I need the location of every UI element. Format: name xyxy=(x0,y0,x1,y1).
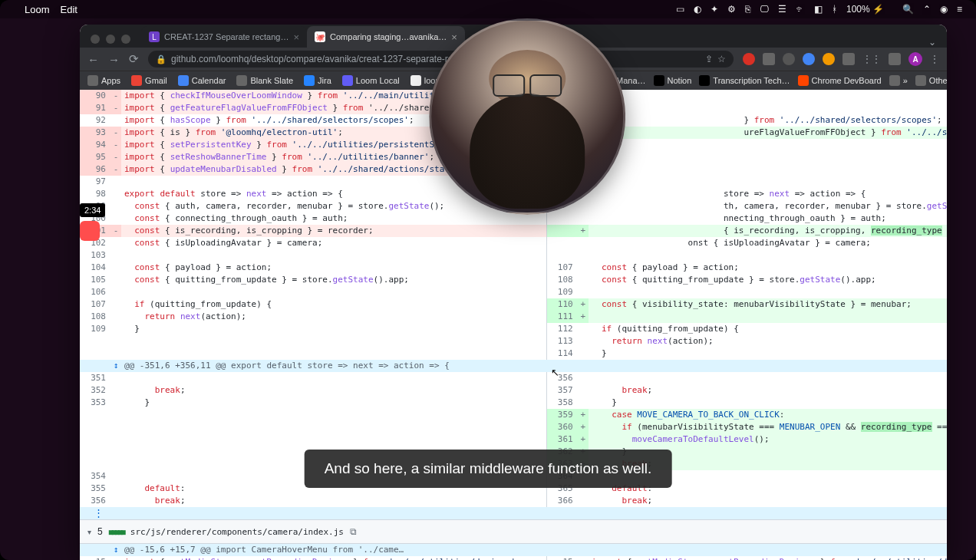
siri-icon[interactable]: ◉ xyxy=(940,4,948,15)
status-icon[interactable]: ⎘ xyxy=(745,4,750,15)
back-button[interactable]: ← xyxy=(87,53,99,66)
bookmark-item[interactable]: Jira xyxy=(304,75,331,86)
status-icon[interactable]: ✦ xyxy=(711,4,718,15)
menu-icon[interactable]: ≡ xyxy=(957,4,962,15)
diff-line[interactable]: 353 } xyxy=(80,397,546,409)
diff-line[interactable]: + { is_recording, is_cropping, recording… xyxy=(547,225,947,237)
diff-line[interactable]: 107 if (quitting_from_update) { xyxy=(80,298,546,311)
diff-line[interactable]: 101- const { is_recording, is_cropping }… xyxy=(80,225,546,237)
status-icon[interactable]: ▭ xyxy=(676,4,684,15)
diff-line[interactable]: 111+ xyxy=(547,311,947,323)
diff-line[interactable]: onst { isUploadingAvatar } = camera; xyxy=(547,237,947,249)
extension-icon[interactable] xyxy=(763,53,775,65)
diff-line[interactable]: 15import { getMediaStream, setRecordingD… xyxy=(547,556,947,560)
diff-line[interactable]: 108 return next(action); xyxy=(80,311,546,323)
diff-line[interactable]: 361+ moveCameraToDefaultLevel(); xyxy=(547,433,947,446)
diff-line[interactable]: 114 } xyxy=(547,348,947,360)
diff-line[interactable]: 15import { getMediaStream, setRecordingD… xyxy=(80,556,546,560)
bookmark-item[interactable]: Other Bookmarks xyxy=(915,75,947,86)
diff-line[interactable]: 352 break; xyxy=(80,384,546,397)
diff-line[interactable]: 356 break; xyxy=(80,495,546,507)
bookmark-item[interactable]: Apps xyxy=(87,75,120,86)
bookmark-star-icon[interactable]: ☆ xyxy=(717,54,726,64)
bookmark-item[interactable]: Chrome DevBoard xyxy=(798,75,882,86)
status-icon[interactable]: ⚙ xyxy=(727,4,736,15)
extension-icon[interactable] xyxy=(783,53,795,65)
maximize-window-button[interactable] xyxy=(121,35,130,44)
file-path[interactable]: src/js/renderer/components/camera/index.… xyxy=(130,527,344,537)
close-tab-icon[interactable]: × xyxy=(451,31,457,43)
hunk-header[interactable]: ↕ @@ -351,6 +356,11 @@ export default st… xyxy=(80,360,947,372)
status-icon[interactable]: ◧ xyxy=(814,4,823,15)
extension-icon[interactable] xyxy=(842,53,855,65)
loom-timer[interactable]: 2:34 xyxy=(80,203,105,217)
status-icon[interactable]: ◐ xyxy=(694,4,701,15)
diff-line[interactable]: 351 xyxy=(80,372,546,384)
minimize-window-button[interactable] xyxy=(106,35,115,44)
bookmark-item[interactable]: Transcription Tech… xyxy=(699,75,790,86)
share-icon[interactable]: ⇪ xyxy=(705,54,713,64)
diff-line[interactable]: 113 return next(action); xyxy=(547,335,947,348)
menu-edit[interactable]: Edit xyxy=(61,4,77,15)
diff-line[interactable]: 102 const { isUploadingAvatar } = camera… xyxy=(80,237,546,249)
extensions-menu-icon[interactable]: ⋮⋮ xyxy=(862,54,881,64)
bookmark-item[interactable]: Blank Slate xyxy=(236,75,293,86)
status-icon[interactable]: 🖵 xyxy=(760,4,769,15)
diff-line[interactable]: 103 xyxy=(80,249,546,262)
diff-line[interactable]: store => next => action => { xyxy=(547,188,947,200)
diff-line[interactable]: 107 const { payload } = action; xyxy=(547,262,947,274)
diff-line[interactable]: 358 } xyxy=(547,397,947,409)
battery-status[interactable]: 100% ⚡ xyxy=(846,4,884,15)
loom-camera-bubble[interactable] xyxy=(429,18,625,215)
spotlight-icon[interactable]: 🔍 xyxy=(902,4,914,15)
reload-button[interactable]: ⟳ xyxy=(129,52,139,66)
diff-line[interactable] xyxy=(547,176,947,188)
diff-line[interactable]: 105 const { quitting_from_update } = sto… xyxy=(80,274,546,286)
chrome-menu-icon[interactable]: ⋮ xyxy=(930,54,939,64)
diff-line[interactable]: 100 const { connecting_through_oauth } =… xyxy=(80,212,546,225)
diff-line[interactable]: 106 xyxy=(80,286,546,298)
diff-line[interactable]: 108 const { quitting_from_update } = sto… xyxy=(547,274,947,286)
extension-icon[interactable] xyxy=(803,53,815,65)
diff-line[interactable]: 109 xyxy=(547,286,947,298)
forward-button[interactable]: → xyxy=(108,53,120,66)
wifi-icon[interactable]: ᯤ xyxy=(796,4,805,15)
diff-line[interactable] xyxy=(80,433,546,446)
loom-stop-button[interactable] xyxy=(80,221,100,241)
diff-line[interactable]: th, camera, recorder, menubar } = store.… xyxy=(547,200,947,212)
bookmark-item[interactable]: Gmail xyxy=(131,75,167,86)
copy-path-icon[interactable]: ⧉ xyxy=(350,526,357,537)
diff-line[interactable]: 112 if (quitting_from_update) { xyxy=(547,323,947,335)
diff-line[interactable]: 359+ case MOVE_CAMERA_TO_BACK_ON_CLICK: xyxy=(547,409,947,421)
extension-icon[interactable] xyxy=(743,53,755,65)
diff-line[interactable]: 99 const { auth, camera, recorder, menub… xyxy=(80,200,546,212)
extension-icon[interactable] xyxy=(823,53,835,65)
bookmark-item[interactable]: » xyxy=(889,75,908,86)
diff-line[interactable] xyxy=(80,409,546,421)
diff-line[interactable]: 357 break; xyxy=(547,384,947,397)
diff-line[interactable]: 110+ const { visibility_state: menubarVi… xyxy=(547,298,947,311)
bookmark-item[interactable]: Calendar xyxy=(178,75,226,86)
bookmark-item[interactable]: Loom Local xyxy=(342,75,400,86)
browser-tab[interactable]: L CREAT-1237 Separate rectang… × xyxy=(141,26,307,48)
bluetooth-icon[interactable]: ᚼ xyxy=(832,4,837,15)
diff-line[interactable]: 356 xyxy=(547,372,947,384)
app-name[interactable]: Loom xyxy=(25,4,50,15)
browser-tab-active[interactable]: 🐙 Comparing staging…avanika… × xyxy=(307,26,465,48)
extension-icon[interactable] xyxy=(889,53,901,65)
diff-line[interactable] xyxy=(80,421,546,433)
close-tab-icon[interactable]: × xyxy=(293,31,299,43)
control-center-icon[interactable]: ⌃ xyxy=(923,4,931,15)
diff-line[interactable]: nnecting_through_oauth } = auth; xyxy=(547,212,947,225)
diff-line[interactable]: 104 const { payload } = action; xyxy=(80,262,546,274)
address-bar[interactable]: 🔒 github.com/loomhq/desktop/compare/avan… xyxy=(148,51,734,68)
diff-line[interactable] xyxy=(547,249,947,262)
hunk-header[interactable]: ↕ @@ -15,6 +15,7 @@ import CameraHoverMe… xyxy=(80,544,947,556)
tab-dropdown-icon[interactable]: ⌄ xyxy=(918,37,947,48)
expand-hunk-button[interactable]: ⋮ xyxy=(80,507,947,519)
diff-line[interactable]: 109 } xyxy=(80,323,546,335)
profile-avatar[interactable]: A xyxy=(908,52,922,66)
file-header[interactable]: ▾ 5 ■■■■■ src/js/renderer/components/cam… xyxy=(80,519,947,544)
close-window-button[interactable] xyxy=(91,35,100,44)
diff-line[interactable]: 366 break; xyxy=(547,495,947,507)
